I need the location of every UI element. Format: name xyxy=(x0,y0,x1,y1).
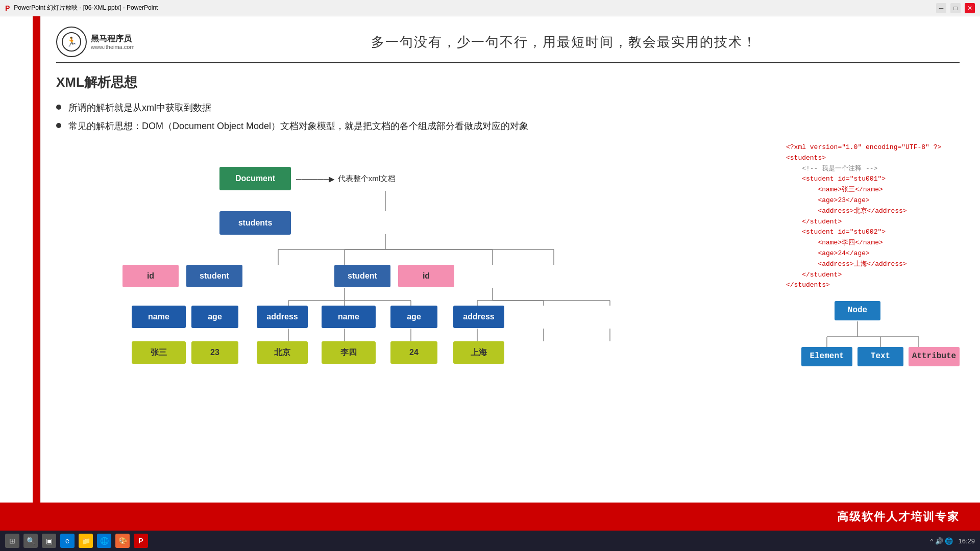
svg-text:🏃: 🏃 xyxy=(66,36,78,47)
taskbar: ⊞ 🔍 ▣ e 📁 🌐 🎨 P ^ 🔊 🌐 16:29 xyxy=(0,531,980,551)
name2-box: name xyxy=(322,306,376,328)
element-box: Element xyxy=(801,347,852,366)
id2-box: id xyxy=(398,265,454,287)
taskbar-time: 16:29 xyxy=(958,537,975,545)
student2-box: student xyxy=(334,265,390,287)
taskview-button[interactable]: ▣ xyxy=(42,534,56,548)
close-button[interactable]: ✕ xyxy=(965,3,975,13)
text-box: Text xyxy=(857,347,903,366)
header-slogan: 多一句没有，少一句不行，用最短时间，教会最实用的技术！ xyxy=(168,33,960,51)
bullet-item-1: 所谓的解析就是从xml中获取到数据 xyxy=(56,102,960,114)
xml-line-11: <age>24</age> xyxy=(786,248,960,259)
bullet-text-1: 所谓的解析就是从xml中获取到数据 xyxy=(68,102,211,114)
xml-line-12: <address>上海</address> xyxy=(786,259,960,270)
bullets: 所谓的解析就是从xml中获取到数据 常见的解析思想：DOM（Document O… xyxy=(56,102,960,132)
n23-box: 23 xyxy=(191,341,238,364)
content-area: Document ──────▶ 代表整个xml文档 students id xyxy=(56,142,960,378)
taskbar-icons-right: ^ 🔊 🌐 xyxy=(930,537,953,545)
node-tree: Node Element Text Attribute xyxy=(786,296,960,378)
beijing-box: 北京 xyxy=(257,341,308,364)
titlebar-title: PowerPoint 幻灯片放映 - [06-XML.pptx] - Power… xyxy=(14,4,158,12)
bullet-text-2: 常见的解析思想：DOM（Document Object Model）文档对象模型… xyxy=(68,120,528,132)
zhangsan-box: 张三 xyxy=(132,341,186,364)
red-strip xyxy=(33,16,40,503)
node-box: Node xyxy=(835,301,880,320)
titlebar-left: P PowerPoint 幻灯片放映 - [06-XML.pptx] - Pow… xyxy=(5,4,158,12)
xml-line-3: <!-- 我是一个注释 --> xyxy=(786,164,960,174)
xml-line-13: </student> xyxy=(786,270,960,281)
attribute-box: Attribute xyxy=(909,347,960,366)
browser-icon[interactable]: 🌐 xyxy=(97,534,111,548)
xml-line-6: <age>23</age> xyxy=(786,195,960,206)
xml-line-14: </students> xyxy=(786,280,960,291)
xml-line-9: <student id="stu002"> xyxy=(786,227,960,238)
bullet-dot-1 xyxy=(56,105,61,110)
xml-line-1: <?xml version="1.0" encoding="UTF-8" ?> xyxy=(786,142,960,153)
slide-header: 🏃 黑马程序员 www.itheima.com 多一句没有，少一句不行，用最短时… xyxy=(56,27,960,63)
edge-icon[interactable]: e xyxy=(60,534,75,548)
logo-main: 黑马程序员 xyxy=(91,34,135,44)
doc-arrow: ──────▶ 代表整个xml文档 xyxy=(296,174,396,184)
address1-box: address xyxy=(257,306,308,328)
bottom-bar: 高级软件人才培训专家 xyxy=(0,503,980,531)
age1-box: age xyxy=(191,306,238,328)
xml-code-area: <?xml version="1.0" encoding="UTF-8" ?> … xyxy=(786,142,960,378)
bottom-text: 高级软件人才培训专家 xyxy=(837,509,960,524)
taskbar-right: ^ 🔊 🌐 16:29 xyxy=(930,537,975,545)
ppt-icon[interactable]: P xyxy=(134,534,148,548)
lisi-box: 李四 xyxy=(322,341,376,364)
xml-line-5: <name>张三</name> xyxy=(786,185,960,195)
shanghai-box: 上海 xyxy=(453,341,504,364)
document-box: Document xyxy=(219,167,291,190)
logo-circle: 🏃 xyxy=(56,27,87,57)
logo-area: 🏃 黑马程序员 www.itheima.com xyxy=(56,27,168,57)
slide-area: 🏃 黑马程序员 www.itheima.com 多一句没有，少一句不行，用最短时… xyxy=(41,16,980,503)
n24-box: 24 xyxy=(390,341,437,364)
students-box: students xyxy=(219,211,291,235)
xml-line-10: <name>李四</name> xyxy=(786,238,960,248)
student1-box: student xyxy=(186,265,242,287)
xml-line-4: <student id="stu001"> xyxy=(786,174,960,185)
taskbar-left: ⊞ 🔍 ▣ e 📁 🌐 🎨 P xyxy=(5,534,148,548)
bullet-item-2: 常见的解析思想：DOM（Document Object Model）文档对象模型… xyxy=(56,120,960,132)
minimize-button[interactable]: ─ xyxy=(936,3,946,13)
name1-box: name xyxy=(132,306,186,328)
address2-box: address xyxy=(453,306,504,328)
maximize-button[interactable]: □ xyxy=(950,3,961,13)
start-button[interactable]: ⊞ xyxy=(5,534,19,548)
page-title: XML解析思想 xyxy=(56,73,960,91)
files-icon[interactable]: 📁 xyxy=(79,534,93,548)
xml-line-8: </student> xyxy=(786,217,960,228)
age2-box: age xyxy=(390,306,437,328)
window-controls: ─ □ ✕ xyxy=(936,3,975,13)
logo-sub: www.itheima.com xyxy=(91,44,135,50)
ppt-icon: P xyxy=(5,4,10,12)
bullet-dot-2 xyxy=(56,123,61,128)
xml-line-7: <address>北京</address> xyxy=(786,206,960,217)
dom-tree: Document ──────▶ 代表整个xml文档 students id xyxy=(56,142,776,377)
xml-line-2: <students> xyxy=(786,153,960,164)
search-button[interactable]: 🔍 xyxy=(23,534,38,548)
left-sidebar xyxy=(0,16,41,503)
id1-box: id xyxy=(122,265,179,287)
paint-icon[interactable]: 🎨 xyxy=(115,534,130,548)
titlebar: P PowerPoint 幻灯片放映 - [06-XML.pptx] - Pow… xyxy=(0,0,980,16)
